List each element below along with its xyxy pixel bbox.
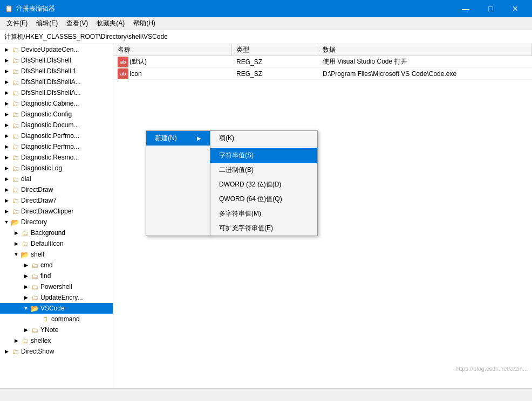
expand-icon[interactable] <box>2 153 11 162</box>
tree-item[interactable]: 🗂 DeviceUpdateCen... <box>0 44 113 55</box>
expand-icon[interactable] <box>22 326 30 334</box>
tree-item-updateencry[interactable]: 🗂 UpdateEncry... <box>0 292 113 303</box>
address-path: 计算机\HKEY_CLASSES_ROOT\Directory\shell\VS… <box>4 32 168 42</box>
folder-icon: 🗂 <box>11 121 19 129</box>
expand-icon[interactable] <box>22 282 30 291</box>
watermark: https://blog.csdn.net/a/zin... <box>455 365 528 372</box>
tree-item[interactable]: 🗂 Diagnostic.Cabine... <box>0 98 113 109</box>
menu-view[interactable]: 查看(V) <box>62 18 92 29</box>
ctx-item-dword[interactable]: DWORD (32 位)值(D) <box>210 177 317 192</box>
ab-icon: ab <box>118 68 128 79</box>
ctx-item-string[interactable]: 字符串值(S) <box>210 148 317 163</box>
tree-item-directshow[interactable]: 🗂 DirectShow <box>0 346 113 357</box>
ctx-item-multistring[interactable]: 多字符串值(M) <box>210 206 317 221</box>
tree-item[interactable]: 🗂 Diagnostic.Config <box>0 109 113 120</box>
tree-label: command <box>51 315 80 323</box>
expand-icon[interactable] <box>12 239 21 248</box>
folder-icon: 🗂 <box>21 336 29 345</box>
tree-item-shell[interactable]: 📂 shell <box>0 249 113 260</box>
tree-label: VSCode <box>40 305 65 312</box>
tree-label: Diagnostic.Cabine... <box>21 100 79 107</box>
tree-item[interactable]: 🗂 Diagnostic.Perfmo... <box>0 130 113 141</box>
tree-item-background[interactable]: 🗂 Background <box>0 227 113 238</box>
tree-item[interactable]: 🗂 Diagnostic.Resmo... <box>0 152 113 163</box>
tree-item[interactable]: 🗂 DfsShell.DfsShell.1 <box>0 66 113 77</box>
ctx-item-xiang[interactable]: 项(K) <box>210 131 317 146</box>
tree-item-powershell[interactable]: 🗂 Powershell <box>0 281 113 292</box>
tree-item-find[interactable]: 🗂 find <box>0 271 113 281</box>
expand-icon[interactable] <box>2 164 11 172</box>
expand-icon[interactable] <box>2 99 11 108</box>
expand-icon[interactable] <box>2 78 11 86</box>
row-type-cell: REG_SZ <box>232 68 318 79</box>
table-row[interactable]: ab (默认) REG_SZ 使用 Visual Studio Code 打开 <box>113 56 532 68</box>
tree-content[interactable]: 🗂 DeviceUpdateCen... 🗂 DfsShell.DfsShell… <box>0 44 113 388</box>
tree-item-vscode[interactable]: 📂 VSCode <box>0 303 113 314</box>
expand-icon[interactable] <box>2 132 11 140</box>
expand-icon[interactable] <box>22 261 30 269</box>
folder-icon: 🗒 <box>41 315 50 323</box>
col-header-data[interactable]: 数据 <box>318 44 532 56</box>
tree-item-directory[interactable]: 📂 Directory <box>0 217 113 227</box>
expand-icon[interactable] <box>2 185 11 194</box>
menu-favorites[interactable]: 收藏夹(A) <box>92 18 129 29</box>
tree-label: Diagnostic.Docum... <box>21 121 79 129</box>
tree-item[interactable]: 🗂 DfsShell.DfsShellA... <box>0 87 113 98</box>
ctx-item-expandstring[interactable]: 可扩充字符串值(E) <box>210 221 317 236</box>
expand-icon[interactable] <box>2 347 11 356</box>
tree-item[interactable]: 🗂 DirectDraw7 <box>0 195 113 206</box>
menu-edit[interactable]: 编辑(E) <box>32 18 62 29</box>
folder-icon: 🗂 <box>11 153 19 162</box>
expand-icon[interactable] <box>2 218 11 226</box>
tree-label: Diagnostic.Resmo... <box>21 154 79 161</box>
ctx-item-new[interactable]: 新建(N) ▶ <box>146 131 210 146</box>
expand-icon[interactable] <box>22 304 30 313</box>
expand-icon[interactable] <box>22 272 30 280</box>
maximize-button[interactable]: □ <box>478 0 503 17</box>
tree-item-cmd[interactable]: 🗂 cmd <box>0 260 113 271</box>
expand-icon[interactable] <box>2 207 11 216</box>
menu-file[interactable]: 文件(F) <box>2 18 32 29</box>
tree-item[interactable]: 🗂 DiagnosticLog <box>0 163 113 174</box>
table-row[interactable]: ab Icon REG_SZ D:\Program Files\Microsof… <box>113 68 532 80</box>
close-button[interactable]: ✕ <box>503 0 528 17</box>
folder-icon: 🗂 <box>11 175 19 183</box>
col-header-type[interactable]: 类型 <box>232 44 318 56</box>
expand-icon[interactable] <box>2 196 11 205</box>
expand-icon[interactable] <box>2 56 11 65</box>
menu-help[interactable]: 帮助(H) <box>129 18 160 29</box>
tree-item[interactable]: 🗂 DfsShell.DfsShellA... <box>0 77 113 87</box>
tree-item[interactable]: 🗂 DfsShell.DfsShell <box>0 55 113 66</box>
status-bar <box>0 388 532 401</box>
parent-menu: 新建(N) ▶ <box>146 130 210 236</box>
tree-item[interactable]: 🗂 DirectDrawClipper <box>0 206 113 217</box>
expand-icon[interactable] <box>12 250 21 259</box>
folder-icon: 🗂 <box>11 110 19 119</box>
expand-icon[interactable] <box>2 67 11 75</box>
tree-item-ynote[interactable]: 🗂 YNote <box>0 324 113 335</box>
expand-icon[interactable] <box>22 293 30 302</box>
ctx-item-qword[interactable]: QWORD (64 位)值(Q) <box>210 192 317 206</box>
expand-icon[interactable] <box>2 110 11 119</box>
ctx-separator <box>210 147 317 147</box>
expand-icon[interactable] <box>12 229 21 237</box>
tree-item-shellex[interactable]: 🗂 shellex <box>0 335 113 346</box>
tree-item[interactable]: 🗂 Diagnostic.Perfmo... <box>0 141 113 152</box>
ctx-item-binary[interactable]: 二进制值(B) <box>210 163 317 177</box>
tree-label: DfsShell.DfsShellA... <box>21 78 81 86</box>
col-header-name[interactable]: 名称 <box>113 44 232 56</box>
tree-item-defaulticon[interactable]: 🗂 DefaultIcon <box>0 238 113 249</box>
tree-item[interactable]: 🗂 dial <box>0 174 113 184</box>
expand-icon[interactable] <box>12 336 21 345</box>
tree-label: DeviceUpdateCen... <box>21 46 79 53</box>
tree-item[interactable]: 🗂 DirectDraw <box>0 184 113 195</box>
expand-icon[interactable] <box>2 45 11 54</box>
minimize-button[interactable]: — <box>453 0 478 17</box>
expand-icon[interactable] <box>2 142 11 151</box>
expand-icon[interactable] <box>2 121 11 129</box>
expand-icon[interactable] <box>2 175 11 183</box>
tree-item-command[interactable]: 🗒 command <box>0 314 113 324</box>
tree-item[interactable]: 🗂 Diagnostic.Docum... <box>0 120 113 130</box>
tree-label: Background <box>31 229 65 237</box>
expand-icon[interactable] <box>2 88 11 97</box>
